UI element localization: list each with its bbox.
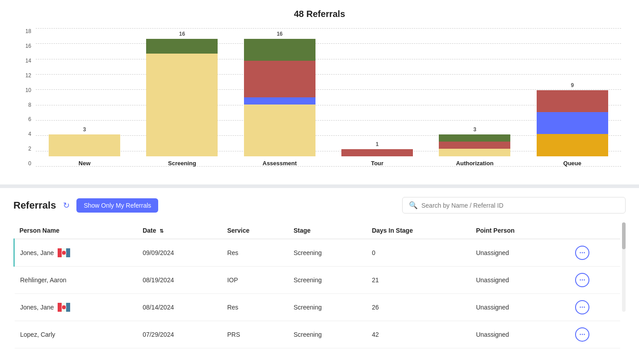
y-axis: 0 2 4 6 8 10 12 14 16 18 xyxy=(18,28,31,167)
bar-label: New xyxy=(79,160,91,167)
search-container: 🔍 xyxy=(402,197,626,213)
action-menu-button[interactable]: ··· xyxy=(575,327,589,342)
action-menu-button[interactable]: ··· xyxy=(575,300,589,314)
scrollbar-thumb[interactable] xyxy=(622,222,626,249)
bar-segment xyxy=(537,90,608,112)
bar-label: Authorization xyxy=(456,160,494,167)
cell-stage: Screening xyxy=(288,321,366,348)
bar-stack xyxy=(244,39,315,156)
flag-icon xyxy=(58,303,70,312)
cell-service: Res xyxy=(222,294,288,321)
sort-icon: ⇅ xyxy=(160,228,164,234)
bar-segment xyxy=(537,134,608,156)
bar-value: 9 xyxy=(571,82,574,88)
svg-rect-0 xyxy=(58,248,62,257)
cell-service: IOP xyxy=(222,267,288,294)
search-input[interactable] xyxy=(421,202,619,209)
cell-point-person: Unassigned xyxy=(471,294,570,321)
chart-section: 48 Referrals 0 2 4 6 8 10 12 14 16 18 xyxy=(0,0,639,184)
bar-group-queue[interactable]: 9Queue xyxy=(532,82,613,167)
bar-value: 16 xyxy=(277,31,282,37)
table-scroll-area: Person Name Date ⇅ Service Stage Days In… xyxy=(13,222,626,348)
scrollbar[interactable] xyxy=(622,222,626,312)
svg-point-7 xyxy=(62,305,66,310)
col-point-person: Point Person xyxy=(471,222,570,239)
table-row[interactable]: Lopez, Carly07/29/2024PRSScreening42Unas… xyxy=(14,321,621,348)
chart-container: 0 2 4 6 8 10 12 14 16 18 3New16Screening… xyxy=(18,28,621,180)
svg-rect-2 xyxy=(66,248,70,257)
bar-label: Assessment xyxy=(263,160,297,167)
cell-service: Res xyxy=(222,239,288,267)
bar-segment xyxy=(49,134,120,156)
person-name-text: Rehlinger, Aaron xyxy=(20,276,67,284)
cell-action[interactable]: ··· xyxy=(570,321,620,348)
bar-value: 3 xyxy=(473,126,476,133)
cell-stage: Screening xyxy=(288,267,366,294)
bar-value: 16 xyxy=(179,31,185,37)
table-row[interactable]: Rehlinger, Aaron08/19/2024IOPScreening21… xyxy=(14,267,621,294)
chart-title: 48 Referrals xyxy=(18,9,621,19)
bar-value: 1 xyxy=(376,141,379,147)
cell-action[interactable]: ··· xyxy=(570,239,620,267)
table-row[interactable]: Jones, Jane08/14/2024ResScreening26Unass… xyxy=(14,294,621,321)
refresh-button[interactable]: ↻ xyxy=(61,201,71,210)
referrals-header-left: Referrals ↻ Show Only My Referrals xyxy=(13,198,158,213)
person-name-text: Lopez, Carly xyxy=(20,331,55,338)
col-actions xyxy=(570,222,620,239)
cell-date: 07/29/2024 xyxy=(137,321,222,348)
section-divider xyxy=(0,184,639,188)
bar-group-screening[interactable]: 16Screening xyxy=(142,31,222,167)
cell-action[interactable]: ··· xyxy=(570,294,620,321)
cell-days-in-stage: 0 xyxy=(366,239,471,267)
cell-point-person: Unassigned xyxy=(471,239,570,267)
cell-person-name: Lopez, Carly xyxy=(14,321,138,348)
cell-action[interactable]: ··· xyxy=(570,267,620,294)
bar-segment xyxy=(244,61,315,97)
bar-segment xyxy=(439,142,510,149)
header-row: Person Name Date ⇅ Service Stage Days In… xyxy=(14,222,621,239)
bar-segment xyxy=(439,134,510,142)
table-row[interactable]: Jones, Jane09/09/2024ResScreening0Unassi… xyxy=(14,239,621,267)
search-icon: 🔍 xyxy=(409,201,418,209)
referrals-section: Referrals ↻ Show Only My Referrals 🔍 Per… xyxy=(0,188,639,357)
cell-service: PRS xyxy=(222,321,288,348)
cell-date: 08/19/2024 xyxy=(137,267,222,294)
person-name-text: Jones, Jane xyxy=(20,304,54,311)
svg-rect-4 xyxy=(58,303,62,312)
cell-days-in-stage: 42 xyxy=(366,321,471,348)
col-stage: Stage xyxy=(288,222,366,239)
cell-person-name: Jones, Jane xyxy=(14,294,138,321)
flag-icon xyxy=(58,248,70,257)
col-person-name: Person Name xyxy=(14,222,138,239)
cell-date: 09/09/2024 xyxy=(137,239,222,267)
bar-segment xyxy=(537,112,608,134)
svg-point-3 xyxy=(62,251,66,255)
svg-rect-6 xyxy=(66,303,70,312)
bar-group-assessment[interactable]: 16Assessment xyxy=(240,31,320,167)
cell-point-person: Unassigned xyxy=(471,321,570,348)
cell-days-in-stage: 26 xyxy=(366,294,471,321)
bar-group-authorization[interactable]: 3Authorization xyxy=(434,126,515,167)
table-body: Jones, Jane09/09/2024ResScreening0Unassi… xyxy=(14,239,621,348)
referrals-title: Referrals xyxy=(13,200,56,211)
table-wrapper: Person Name Date ⇅ Service Stage Days In… xyxy=(13,222,620,348)
bar-stack xyxy=(49,134,120,156)
bar-group-tour[interactable]: 1Tour xyxy=(337,141,417,167)
bar-label: Screening xyxy=(168,160,196,167)
bar-value: 3 xyxy=(83,126,86,133)
bar-segment xyxy=(244,39,315,61)
col-days-in-stage: Days In Stage xyxy=(366,222,471,239)
bar-stack xyxy=(146,39,218,156)
bar-group-new[interactable]: 3New xyxy=(44,126,125,167)
action-menu-button[interactable]: ··· xyxy=(575,273,589,287)
bar-segment xyxy=(244,105,315,156)
col-date[interactable]: Date ⇅ xyxy=(137,222,222,239)
bar-segment xyxy=(244,97,315,105)
cell-person-name: Rehlinger, Aaron xyxy=(14,267,138,294)
bar-stack xyxy=(537,90,608,156)
show-my-referrals-button[interactable]: Show Only My Referrals xyxy=(76,198,158,213)
bar-stack xyxy=(439,134,510,156)
action-menu-button[interactable]: ··· xyxy=(575,246,589,260)
cell-stage: Screening xyxy=(288,294,366,321)
bar-segment xyxy=(439,149,510,156)
